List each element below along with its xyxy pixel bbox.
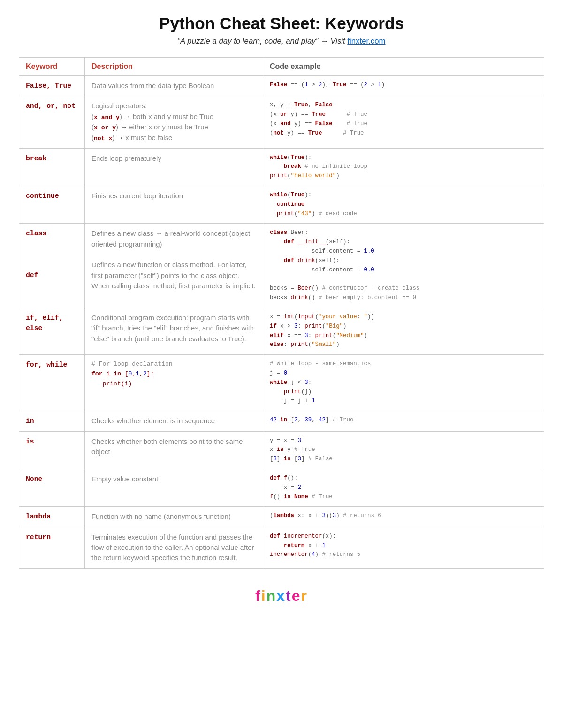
keywords-table: Keyword Description Code example False, … <box>19 57 544 569</box>
table-row: False, True Data values from the data ty… <box>19 76 544 96</box>
col-header-description: Description <box>85 58 263 76</box>
desc-in: Checks whether element is in sequence <box>85 411 263 431</box>
code-is: y = x = 3 x is y # True [3] is [3] # Fal… <box>263 431 544 469</box>
desc-break: Ends loop prematurely <box>85 148 263 186</box>
code-and-or-not: x, y = True, False (x or y) == True # Tr… <box>263 96 544 148</box>
footer-letter-n: n <box>266 587 277 604</box>
footer-letter-t: t <box>286 587 292 604</box>
code-return: def incrementor(x): return x + 1 increme… <box>263 527 544 568</box>
keyword-continue: continue <box>19 186 85 223</box>
keyword-and-or-not: and, or, not <box>19 96 85 148</box>
keyword-if-elif-else: if, elif, else <box>19 308 85 354</box>
desc-class-def: Defines a new class → a real-world conce… <box>85 224 263 308</box>
code-for-while: # While loop - same semantics j = 0 whil… <box>263 355 544 411</box>
col-header-code: Code example <box>263 58 544 76</box>
footer-letter-f: f <box>255 587 261 604</box>
keyword-none: None <box>19 469 85 506</box>
col-header-keyword: Keyword <box>19 58 85 76</box>
table-row: class def Defines a new class → a real-w… <box>19 224 544 308</box>
subtitle: “A puzzle a day to learn, code, and play… <box>19 37 544 46</box>
keyword-is: is <box>19 431 85 469</box>
desc-is: Checks whether both elements point to th… <box>85 431 263 469</box>
code-in: 42 in [2, 39, 42] # True <box>263 411 544 431</box>
code-continue: while(True): continue print("43") # dead… <box>263 186 544 223</box>
page-title: Python Cheat Sheet: Keywords <box>19 14 544 33</box>
desc-return: Terminates execution of the function and… <box>85 527 263 568</box>
table-row: lambda Function with no name (anonymous … <box>19 507 544 527</box>
table-row: for, while # For loop declaration for i … <box>19 355 544 411</box>
footer-letter-r: r <box>301 587 307 604</box>
code-break: while(True): break # no infinite loop pr… <box>263 148 544 186</box>
keyword-for-while: for, while <box>19 355 85 411</box>
keyword-lambda: lambda <box>19 507 85 527</box>
code-false-true: False == (1 > 2), True == (2 > 1) <box>263 76 544 96</box>
keyword-break: break <box>19 148 85 186</box>
table-row: is Checks whether both elements point to… <box>19 431 544 469</box>
subtitle-text: “A puzzle a day to learn, code, and play… <box>177 37 345 45</box>
code-class-def: class Beer: def __init__(self): self.con… <box>263 224 544 308</box>
table-row: continue Finishes current loop iteration… <box>19 186 544 223</box>
table-row: break Ends loop prematurely while(True):… <box>19 148 544 186</box>
footer-letter-e: e <box>292 587 301 604</box>
footer-letter-x: x <box>276 587 286 604</box>
table-row: None Empty value constant def f(): x = 2… <box>19 469 544 506</box>
keyword-false-true: False, True <box>19 76 85 96</box>
keyword-return: return <box>19 527 85 568</box>
code-none: def f(): x = 2 f() is None # True <box>263 469 544 506</box>
table-header-row: Keyword Description Code example <box>19 58 544 76</box>
table-row: return Terminates execution of the funct… <box>19 527 544 568</box>
keyword-in: in <box>19 411 85 431</box>
table-row: and, or, not Logical operators: (x and y… <box>19 96 544 148</box>
desc-false-true: Data values from the data type Boolean <box>85 76 263 96</box>
table-row: in Checks whether element is in sequence… <box>19 411 544 431</box>
desc-none: Empty value constant <box>85 469 263 506</box>
footer-letter-i: i <box>261 587 266 604</box>
desc-continue: Finishes current loop iteration <box>85 186 263 223</box>
keyword-class-def: class def <box>19 224 85 308</box>
desc-if-elif-else: Conditional program execution: program s… <box>85 308 263 354</box>
desc-lambda: Function with no name (anonymous functio… <box>85 507 263 527</box>
desc-for-while: # For loop declaration for i in [0,1,2]:… <box>85 355 263 411</box>
table-row: if, elif, else Conditional program execu… <box>19 308 544 354</box>
desc-and-or-not: Logical operators: (x and y) → both x an… <box>85 96 263 148</box>
footer-brand: finxter <box>19 587 544 605</box>
code-lambda: (lambda x: x + 3)(3) # returns 6 <box>263 507 544 527</box>
code-if-elif-else: x = int(input("your value: ")) if x > 3:… <box>263 308 544 354</box>
finxter-link[interactable]: finxter.com <box>347 37 385 45</box>
